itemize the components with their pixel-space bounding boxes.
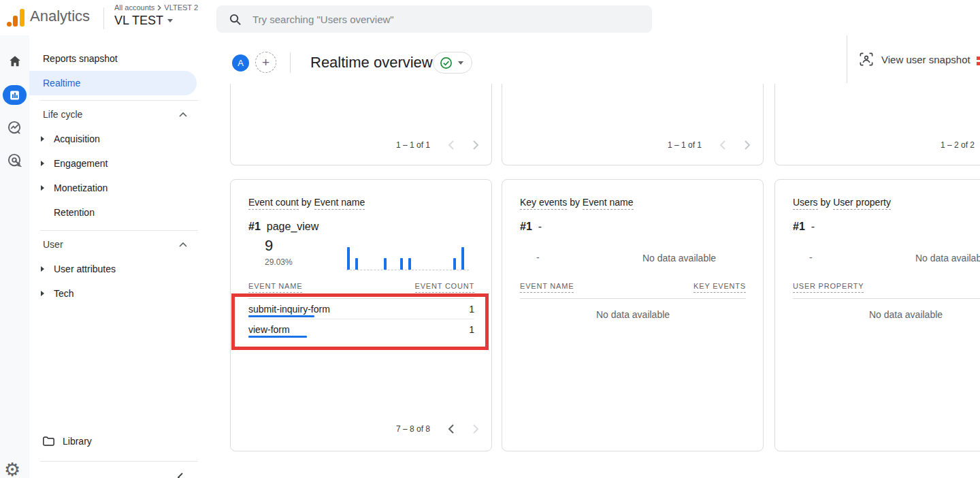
metric-percent: 29.03% [265, 257, 293, 267]
search-icon [229, 13, 242, 26]
data-quality-button[interactable] [433, 52, 472, 74]
top-item: #1 - [793, 221, 815, 233]
global-search[interactable] [216, 5, 652, 33]
explore-icon[interactable] [0, 120, 29, 136]
sidebar-section-user[interactable]: User [29, 234, 197, 255]
sidebar-item-monetization[interactable]: Monetization [29, 176, 197, 200]
advertising-icon[interactable] [0, 153, 29, 168]
clipped-icon-fragment [977, 57, 980, 60]
prev-page-icon[interactable] [448, 140, 455, 150]
prev-page-icon[interactable] [719, 140, 726, 150]
topbar-divider [103, 7, 104, 29]
card-users-by-user-property: Users by User property #1 - - No data av… [774, 179, 980, 451]
sidebar-item-acquisition[interactable]: Acquisition [29, 127, 197, 151]
admin-gear-icon[interactable]: ⚙ [4, 460, 20, 478]
column-user-property: USER PROPERTY [793, 282, 864, 293]
metric-value: - [536, 252, 540, 263]
sidebar-divider [40, 230, 198, 231]
metric-value: 9 [265, 237, 273, 255]
view-user-snapshot-button[interactable]: View user snapshot [847, 35, 980, 83]
prev-page-icon[interactable] [448, 424, 455, 434]
google-analytics-logo-icon [7, 9, 24, 27]
comparison-avatar[interactable]: A [232, 54, 249, 71]
next-page-icon[interactable] [472, 140, 479, 150]
caret-down-icon [458, 61, 463, 65]
table-header: EVENT NAME EVENT COUNT [248, 282, 474, 293]
table-empty-message: No data available [520, 309, 746, 320]
table-header: USER PROPERTY [793, 282, 980, 293]
collapse-sidebar-icon[interactable] [176, 472, 186, 478]
top-item: #1 page_view [248, 221, 318, 233]
expand-arrow-icon [41, 136, 44, 142]
chart-empty-message: No data available [618, 253, 740, 264]
add-comparison-button[interactable]: + [255, 52, 276, 73]
column-event-name: EVENT NAME [520, 282, 574, 293]
clipped-icon-fragment [977, 62, 980, 65]
card-title: Event count by Event name [248, 197, 365, 208]
page-title: Realtime overview [310, 54, 433, 71]
folder-icon [43, 436, 54, 446]
reports-icon[interactable] [3, 85, 27, 105]
table-header: EVENT NAME KEY EVENTS [520, 282, 746, 293]
card-key-events-by-event-name: Key events by Event name #1 - - No data … [502, 179, 764, 451]
column-key-events: KEY EVENTS [693, 282, 746, 293]
card-title: Users by User property [793, 197, 891, 208]
reports-sidebar: Reports snapshot Realtime Life cycle Acq… [29, 35, 217, 478]
breadcrumb-chevron-icon [157, 5, 162, 11]
home-icon[interactable] [0, 54, 29, 69]
card-clipped-3: 1 – 2 of 2 [774, 84, 980, 165]
card-event-count-by-event-name: Event count by Event name #1 page_view 9… [230, 179, 492, 451]
next-page-icon[interactable] [472, 424, 479, 434]
sidebar-item-tech[interactable]: Tech [29, 281, 197, 306]
expand-arrow-icon [41, 161, 44, 166]
next-page-icon[interactable] [744, 140, 751, 150]
card-title: Key events by Event name [520, 197, 634, 208]
sidebar-item-retention[interactable]: Retention [29, 200, 197, 225]
column-event-count: EVENT COUNT [415, 282, 474, 293]
card-pagination: 1 – 1 of 1 [668, 140, 751, 150]
sidebar-divider [40, 100, 198, 101]
expand-arrow-icon [41, 291, 44, 296]
header-divider [290, 52, 291, 73]
metric-value: - [809, 252, 813, 263]
sidebar-item-library[interactable]: Library [29, 429, 197, 453]
table-header-divider [520, 298, 746, 299]
breadcrumb-all-accounts: All accounts [114, 3, 154, 12]
top-app-bar: Analytics All accounts VLTEST 2 VL TEST [0, 0, 980, 36]
app-name: Analytics [30, 7, 90, 25]
sidebar-section-life-cycle[interactable]: Life cycle [29, 103, 197, 125]
account-name: VL TEST [114, 14, 163, 28]
account-switcher[interactable]: All accounts VLTEST 2 VL TEST [114, 3, 198, 28]
column-event-name: EVENT NAME [248, 282, 302, 293]
table-empty-message: No data available [793, 309, 980, 320]
card-clipped-2: 1 – 1 of 1 [502, 84, 764, 165]
report-header: A + Realtime overview View user snapshot [217, 35, 980, 84]
card-pagination: 1 – 2 of 2 [941, 140, 980, 150]
card-views-by-page: 1 – 1 of 1 [230, 84, 492, 165]
nav-rail: ⚙ [0, 35, 30, 478]
expand-arrow-icon [41, 266, 44, 272]
chevron-up-icon [179, 112, 187, 117]
account-caret-icon [167, 19, 173, 22]
expand-arrow-icon [41, 185, 44, 191]
search-input[interactable] [251, 13, 621, 26]
card-pagination: 1 – 1 of 1 [396, 140, 479, 150]
sidebar-item-realtime[interactable]: Realtime [29, 71, 197, 95]
check-circle-icon [440, 57, 453, 69]
chart-empty-message: No data available [891, 253, 980, 264]
card-pagination: 7 – 8 of 8 [396, 424, 479, 434]
sidebar-divider [40, 461, 198, 462]
table-header-divider [793, 298, 980, 299]
top-item: #1 - [520, 221, 542, 233]
sidebar-item-user-attributes[interactable]: User attributes [29, 257, 197, 281]
highlight-annotation [231, 293, 489, 350]
user-snapshot-icon [860, 52, 873, 66]
chevron-up-icon [179, 242, 187, 247]
cards-grid: 1 – 1 of 1 1 – 1 of 1 1 – 2 of 2 Event c… [217, 83, 980, 478]
sidebar-item-engagement[interactable]: Engagement [29, 151, 197, 176]
event-sparkline [346, 236, 469, 270]
main-area: A + Realtime overview View user snapshot [217, 35, 980, 478]
sidebar-item-reports-snapshot[interactable]: Reports snapshot [29, 46, 197, 71]
breadcrumb-property: VLTEST 2 [164, 3, 198, 12]
